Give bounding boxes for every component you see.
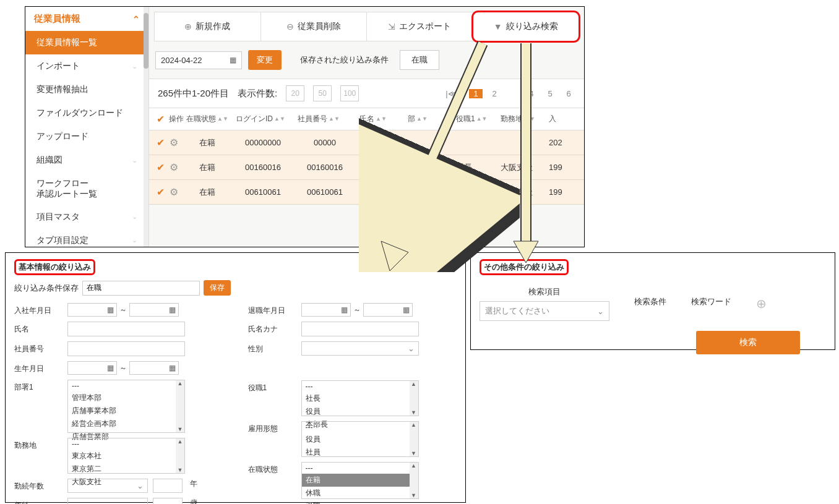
col-role[interactable]: 役職1▲▼ — [452, 113, 497, 125]
table-row[interactable]: ✔⚙在籍0061006100610061荻管理本部大阪支社199 — [149, 180, 584, 205]
search-item-select[interactable]: 選択してください ⌄ — [480, 301, 609, 321]
check-all[interactable]: ✔ — [157, 113, 165, 125]
saved-filter-value[interactable]: 在職 — [400, 50, 439, 70]
retire-to[interactable]: ▦ — [363, 303, 413, 317]
col-status[interactable]: 在職状態▲▼ — [183, 113, 232, 125]
page-6[interactable]: 6 — [562, 89, 575, 98]
emptype-listbox[interactable]: ---役員社員▲▼ — [301, 421, 419, 457]
filter-col-right: 退職年月日 ▦ ～ ▦ 氏名カナ 性別⌄ 役職1 ---社長役員本部長▲▼ 雇用… — [248, 303, 457, 504]
save-filter-input[interactable] — [82, 281, 200, 296]
role-listbox[interactable]: ---社長役員本部長▲▼ — [301, 380, 419, 416]
row-check[interactable]: ✔ — [153, 137, 165, 148]
gender-select[interactable]: ⌄ — [301, 341, 419, 356]
page-1[interactable]: 1 — [469, 89, 483, 98]
filter-button[interactable]: ▼絞り込み検索 — [473, 12, 579, 41]
page-first-icon[interactable]: |≪ — [445, 89, 456, 98]
gear-icon[interactable]: ⚙ — [165, 161, 183, 173]
sidebar-item-employee-list[interactable]: 従業員情報一覧 — [25, 31, 148, 54]
page-prev-icon[interactable]: ‹ — [462, 89, 464, 98]
listbox-item[interactable]: 経営企画本部 — [68, 417, 184, 430]
loc-listbox[interactable]: ---東京本社東京第二大阪支社▲▼ — [67, 438, 185, 474]
listbox-item[interactable]: --- — [302, 463, 418, 474]
scrollbar-thumb[interactable] — [144, 13, 148, 69]
sidebar-item-workflow[interactable]: ワークフロー 承認ルート一覧 — [25, 172, 148, 205]
age-select[interactable]: ⌄ — [67, 498, 148, 504]
birth-to[interactable]: ▦ — [129, 361, 179, 375]
gear-icon[interactable]: ⚙ — [165, 137, 183, 148]
listbox-item[interactable]: 退職 — [302, 500, 418, 504]
listbox-item[interactable]: 社員 — [302, 446, 418, 459]
col-action[interactable]: 操作 — [165, 113, 183, 125]
col-dept[interactable]: 部▲▼ — [404, 113, 452, 125]
search-button[interactable]: 検索 — [696, 331, 800, 354]
page-size-20[interactable]: 20 — [286, 85, 304, 101]
page-4[interactable]: 4 — [525, 89, 538, 98]
add-condition-icon[interactable]: ⊕ — [756, 296, 767, 311]
hire-date-from[interactable]: ▦ — [67, 303, 117, 317]
row-check[interactable]: ✔ — [153, 161, 165, 173]
listbox-item[interactable]: 社長 — [302, 392, 418, 405]
listbox-scrollbar[interactable]: ▲▼ — [410, 463, 418, 498]
listbox-item[interactable]: --- — [68, 380, 184, 391]
sidebar-item-upload[interactable]: アップロード — [25, 125, 148, 148]
col-login[interactable]: ログインID▲▼ — [232, 113, 294, 125]
listbox-item[interactable]: --- — [302, 422, 418, 433]
retire-from[interactable]: ▦ — [301, 303, 351, 317]
table-row[interactable]: ✔⚙在籍0000000000000テスト202 — [149, 130, 584, 155]
listbox-scrollbar[interactable]: ▲▼ — [410, 381, 418, 416]
sidebar-item-import[interactable]: インポート⌄ — [25, 54, 148, 78]
save-filter-button[interactable]: 保存 — [204, 280, 231, 296]
listbox-item[interactable]: --- — [302, 381, 418, 392]
listbox-item[interactable]: 東京第二 — [68, 463, 184, 476]
cell-year: 199 — [545, 163, 575, 172]
listbox-scrollbar[interactable]: ▲▼ — [176, 438, 184, 473]
row-check[interactable]: ✔ — [153, 186, 165, 198]
export-button[interactable]: ⇲エクスポート — [367, 12, 473, 41]
listbox-scrollbar[interactable]: ▲▼ — [176, 380, 184, 432]
name-input[interactable] — [67, 322, 185, 336]
table-row[interactable]: ✔⚙在籍0016001600160016鶴田 嘉人事部課長大阪支社199 — [149, 155, 584, 180]
calendar-icon: ▦ — [230, 56, 236, 64]
kana-input[interactable] — [301, 322, 419, 336]
listbox-item[interactable]: 役員 — [302, 405, 418, 418]
sidebar-item-change-extract[interactable]: 変更情報抽出 — [25, 78, 148, 101]
listbox-item[interactable]: 東京本社 — [68, 450, 184, 463]
listbox-item[interactable]: 役員 — [302, 433, 418, 446]
new-button[interactable]: ⊕新規作成 — [155, 12, 261, 41]
base-date-input[interactable]: 2024-04-22 ▦ — [155, 51, 242, 69]
col-hire[interactable]: 入 — [545, 113, 575, 125]
page-size-50[interactable]: 50 — [313, 85, 332, 101]
sidebar-item-file-download[interactable]: ファイルダウンロード — [25, 101, 148, 125]
sidebar-scrollbar[interactable] — [144, 7, 148, 247]
page-5[interactable]: 5 — [543, 89, 557, 98]
sidebar-item-label: 組織図 — [37, 155, 62, 166]
change-button[interactable]: 変更 — [248, 50, 282, 70]
listbox-item[interactable]: 在籍 — [302, 474, 418, 487]
page-size-100[interactable]: 100 — [340, 85, 359, 101]
listbox-item[interactable]: 店舗事業本部 — [68, 404, 184, 417]
listbox-item[interactable]: 大阪支社 — [68, 476, 184, 489]
col-loc[interactable]: 勤務地▲▼ — [497, 113, 545, 125]
listbox-scrollbar[interactable]: ▲▼ — [410, 422, 418, 456]
col-label: 勤務地 — [501, 114, 523, 124]
sidebar-item-tab-settings[interactable]: タブ項目設定⌄ — [25, 229, 148, 247]
page-2[interactable]: 2 — [488, 89, 501, 98]
empno-input[interactable] — [67, 341, 185, 356]
sidebar-item-org-chart[interactable]: 組織図⌄ — [25, 148, 148, 172]
birth-from[interactable]: ▦ — [67, 361, 117, 375]
col-empno[interactable]: 社員番号▲▼ — [294, 113, 356, 125]
cell-name: テスト — [356, 137, 404, 148]
gear-icon[interactable]: ⚙ — [165, 186, 183, 198]
enrol-listbox[interactable]: ---在籍休職退職▲▼ — [301, 462, 419, 499]
hire-date-to[interactable]: ▦ — [129, 303, 179, 317]
sidebar-header[interactable]: 従業員情報 ⌃ — [25, 7, 148, 31]
listbox-item[interactable]: --- — [68, 438, 184, 450]
delete-button[interactable]: ⊖従業員削除 — [261, 12, 368, 41]
listbox-item[interactable]: 休職 — [302, 487, 418, 500]
dept-listbox[interactable]: ---管理本部店舗事業本部経営企画本部店舗営業部▲▼ — [67, 380, 185, 433]
col-name[interactable]: 氏名▲▼ — [356, 113, 404, 125]
listbox-item[interactable]: 管理本部 — [68, 391, 184, 404]
chevron-down-icon: ⌄ — [132, 213, 137, 221]
sidebar-item-field-master[interactable]: 項目マスタ⌄ — [25, 205, 148, 229]
age-value[interactable] — [153, 498, 183, 504]
